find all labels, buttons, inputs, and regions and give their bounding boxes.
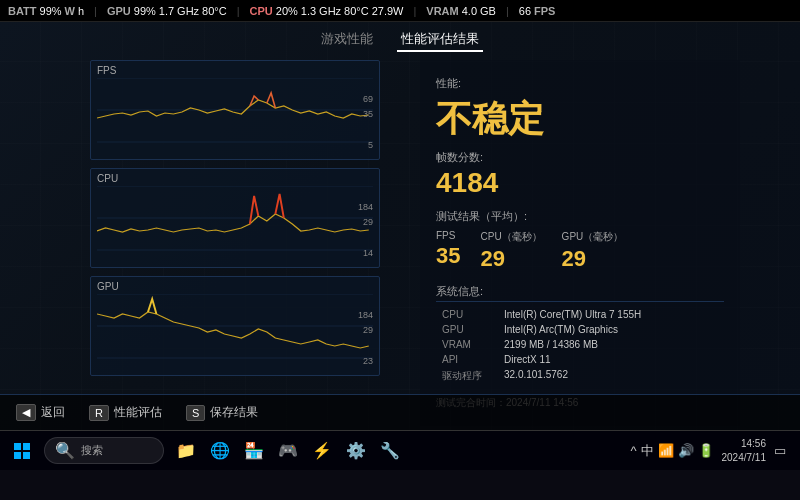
taskbar-icon-edge[interactable]: 🌐 xyxy=(206,437,234,465)
cpu-chart: CPU 184 29 14 xyxy=(90,168,380,268)
perf-eval-button[interactable]: R 性能评估 xyxy=(89,404,162,421)
status-bar: BATT 99% W h | GPU 99% 1.7 GHz 80°C | CP… xyxy=(0,0,800,22)
main-area: 游戏性能 性能评估结果 FPS 69 35 xyxy=(0,22,800,430)
taskbar-icon-folder[interactable]: 📁 xyxy=(172,437,200,465)
svg-rect-10 xyxy=(23,443,30,450)
taskbar-icon-steam[interactable]: 🎮 xyxy=(274,437,302,465)
vram-status: VRAM 4.0 GB xyxy=(426,5,496,17)
sys-tray: ^ 中 📶 🔊 🔋 xyxy=(630,442,713,460)
tab-bar: 游戏性能 性能评估结果 xyxy=(317,28,483,52)
save-result-button[interactable]: S 保存结果 xyxy=(186,404,258,421)
taskbar-icon-settings[interactable]: ⚙️ xyxy=(342,437,370,465)
result-avg-label: 测试结果（平均）: xyxy=(436,209,724,224)
perf-key: R xyxy=(89,405,109,421)
svg-rect-12 xyxy=(23,452,30,459)
gpu-metric: GPU（毫秒） 29 xyxy=(562,230,624,272)
fps-chart-label: FPS xyxy=(97,65,373,76)
info-row-gpu: GPU Intel(R) Arc(TM) Graphics xyxy=(438,323,722,336)
result-header: 性能: xyxy=(436,76,724,91)
gpu-status: GPU 99% 1.7 GHz 80°C xyxy=(107,5,227,17)
cpu-y-min: 14 xyxy=(363,248,373,258)
taskbar-icon-app1[interactable]: ⚡ xyxy=(308,437,336,465)
charts-panel: FPS 69 35 5 CPU xyxy=(90,60,380,376)
cpu-chart-canvas: 184 29 14 xyxy=(97,186,373,258)
fps-chart-canvas: 69 35 5 xyxy=(97,78,373,150)
save-key: S xyxy=(186,405,205,421)
bottom-toolbar: ◀ 返回 R 性能评估 S 保存结果 xyxy=(0,394,800,430)
result-score: 4184 xyxy=(436,167,724,199)
taskbar-icon-app2[interactable]: 🔧 xyxy=(376,437,404,465)
cpu-metric: CPU（毫秒） 29 xyxy=(480,230,541,272)
show-desktop-icon[interactable]: ▭ xyxy=(774,443,786,458)
back-button[interactable]: ◀ 返回 xyxy=(16,404,65,421)
taskbar-clock: 14:56 2024/7/11 xyxy=(722,437,767,465)
taskbar-right: ^ 中 📶 🔊 🔋 14:56 2024/7/11 ▭ xyxy=(630,437,794,465)
svg-rect-9 xyxy=(14,443,21,450)
tab-game-perf[interactable]: 游戏性能 xyxy=(317,28,377,52)
tray-icon-battery[interactable]: 🔋 xyxy=(698,443,714,458)
gpu-y-max: 184 xyxy=(358,310,373,320)
cpu-y-mid: 29 xyxy=(363,217,373,227)
back-label: 返回 xyxy=(41,404,65,421)
result-score-label: 帧数分数: xyxy=(436,150,724,165)
fps-y-max: 69 xyxy=(363,94,373,104)
fps-y-min: 5 xyxy=(368,140,373,150)
taskbar-search[interactable]: 🔍 搜索 xyxy=(44,437,164,464)
perf-label: 性能评估 xyxy=(114,404,162,421)
save-label: 保存结果 xyxy=(210,404,258,421)
info-row-api: API DirectX 11 xyxy=(438,353,722,366)
gpu-chart-label: GPU xyxy=(97,281,373,292)
tray-icon-wifi[interactable]: 📶 xyxy=(658,443,674,458)
start-button[interactable] xyxy=(6,435,38,467)
info-row-vram: VRAM 2199 MB / 14386 MB xyxy=(438,338,722,351)
fps-metric: FPS 35 xyxy=(436,230,460,272)
gpu-y-min: 23 xyxy=(363,356,373,366)
search-text: 搜索 xyxy=(81,443,103,458)
cpu-status: CPU 20% 1.3 GHz 80°C 27.9W xyxy=(250,5,404,17)
gpu-chart-canvas: 184 29 23 xyxy=(97,294,373,366)
taskbar-icon-store[interactable]: 🏪 xyxy=(240,437,268,465)
gpu-y-mid: 29 xyxy=(363,325,373,335)
taskbar-icons: 📁 🌐 🏪 🎮 ⚡ ⚙️ 🔧 xyxy=(172,437,404,465)
cpu-y-max: 184 xyxy=(358,202,373,212)
info-row-driver: 驱动程序 32.0.101.5762 xyxy=(438,368,722,384)
tab-perf-result[interactable]: 性能评估结果 xyxy=(397,28,483,52)
info-table: CPU Intel(R) Core(TM) Ultra 7 155H GPU I… xyxy=(436,306,724,386)
search-icon: 🔍 xyxy=(55,441,75,460)
taskbar: 🔍 搜索 📁 🌐 🏪 🎮 ⚡ ⚙️ 🔧 ^ 中 📶 🔊 🔋 14:56 2024… xyxy=(0,430,800,470)
result-status: 不稳定 xyxy=(436,95,724,144)
fps-chart: FPS 69 35 5 xyxy=(90,60,380,160)
fps-status: 66 FPS xyxy=(519,5,556,17)
batt-status: BATT 99% W h xyxy=(8,5,84,17)
system-info-label: 系统信息: xyxy=(436,284,724,302)
results-panel: 性能: 不稳定 帧数分数: 4184 测试结果（平均）: FPS 35 CPU（… xyxy=(420,60,740,426)
tray-icon-lang[interactable]: 中 xyxy=(641,442,654,460)
info-row-cpu: CPU Intel(R) Core(TM) Ultra 7 155H xyxy=(438,308,722,321)
tray-icon-sound[interactable]: 🔊 xyxy=(678,443,694,458)
fps-y-mid: 35 xyxy=(363,109,373,119)
svg-rect-11 xyxy=(14,452,21,459)
gpu-chart: GPU 184 29 23 xyxy=(90,276,380,376)
back-key: ◀ xyxy=(16,404,36,421)
tray-icon-arrow[interactable]: ^ xyxy=(630,443,636,458)
cpu-chart-label: CPU xyxy=(97,173,373,184)
result-metrics: FPS 35 CPU（毫秒） 29 GPU（毫秒） 29 xyxy=(436,230,724,272)
